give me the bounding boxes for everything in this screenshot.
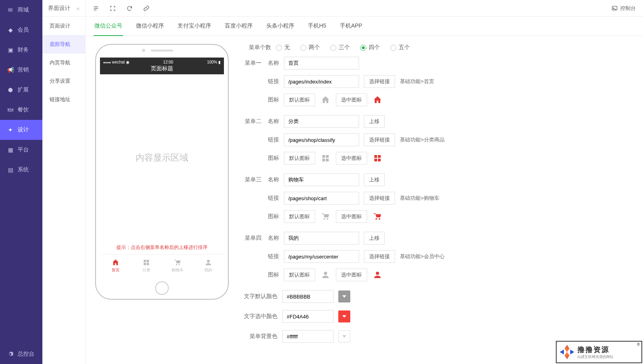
choose-link-button-1[interactable]: 选择链接 (364, 133, 395, 146)
radio-three[interactable]: 三个 (330, 44, 350, 51)
selected-icon-button-0[interactable]: 选中图标 (336, 93, 367, 106)
selected-color-input[interactable] (282, 310, 333, 323)
subnav-bottom-nav[interactable]: 底部导航 (42, 35, 85, 54)
default-icon-button-3[interactable]: 默认图标 (284, 269, 315, 281)
phone-content-placeholder: 内容显示区域 (100, 74, 224, 241)
move-up-button-2[interactable]: 上移 (364, 173, 385, 186)
settings-form: 菜单个数 无 两个 三个 四个 五个 菜单一 名称 链接 选择链 (241, 44, 601, 356)
radio-four[interactable]: 四个 (360, 44, 380, 51)
puzzle-icon: ✦ (7, 127, 14, 133)
menu-name-input-1[interactable] (284, 115, 359, 128)
refresh-icon[interactable] (126, 5, 133, 12)
menu-name-input-2[interactable] (284, 173, 359, 186)
choose-link-button-0[interactable]: 选择链接 (364, 75, 395, 88)
menu-link-input-2[interactable] (284, 192, 359, 205)
cart-icon (320, 211, 331, 222)
tv-icon: ▤ (7, 167, 14, 173)
phone-home-button (155, 281, 169, 295)
home-icon (112, 259, 120, 267)
menu-link-input-3[interactable] (284, 250, 359, 263)
default-color-label: 文字默认颜色 (241, 293, 278, 300)
tab-wechat-oa[interactable]: 微信公众号 (94, 17, 123, 36)
link-label: 链接 (266, 253, 279, 260)
bg-color-input[interactable] (282, 330, 333, 343)
radio-none[interactable]: 无 (276, 44, 290, 51)
menu-title-2: 菜单三 (241, 176, 262, 183)
console-link[interactable]: 控制台 (611, 5, 636, 12)
choose-link-button-3[interactable]: 选择链接 (364, 250, 395, 263)
bg-color-swatch[interactable] (338, 330, 350, 342)
battery-label: 100% ▮ (207, 60, 221, 64)
sidebar-item-finance[interactable]: ▣财务 (0, 40, 42, 60)
chevron-down-icon (342, 315, 346, 318)
tab-h5[interactable]: 手机H5 (307, 17, 327, 36)
tab-baidu-mp[interactable]: 百度小程序 (224, 17, 254, 36)
sidebar-item-system[interactable]: ▤系统 (0, 160, 42, 180)
sidebar-item-master[interactable]: 总控台 (0, 344, 42, 364)
sidebar-item-catering[interactable]: 🍽餐饮 (0, 100, 42, 120)
fullscreen-icon[interactable] (110, 5, 116, 12)
default-color-input[interactable] (282, 290, 333, 303)
link-hint-3: 基础功能>会员中心 (400, 253, 445, 260)
move-up-button-3[interactable]: 上移 (364, 232, 385, 245)
grid-icon (320, 153, 331, 164)
sidebar-item-design[interactable]: ✦设计 (0, 120, 42, 140)
link-label: 链接 (266, 136, 279, 143)
tab-toutiao-mp[interactable]: 头条小程序 (266, 17, 295, 36)
menu-name-input-3[interactable] (284, 232, 359, 245)
dish-icon: 🍽 (7, 107, 14, 113)
phone-page-title: 页面标题 (100, 65, 224, 73)
subnav-link-address[interactable]: 链接地址 (42, 90, 85, 109)
selected-icon-button-2[interactable]: 选中图标 (336, 210, 367, 223)
icon-label: 图标 (266, 155, 279, 162)
tab-wechat-mp[interactable]: 微信小程序 (135, 17, 165, 36)
sub-sidebar-title: 界面设计 « (42, 0, 85, 17)
sidebar-item-member[interactable]: ◆会员 (0, 20, 42, 40)
default-icon-button-1[interactable]: 默认图标 (284, 152, 315, 165)
menu-name-input-0[interactable] (284, 57, 359, 70)
platform-tabs: 微信公众号 微信小程序 支付宝小程序 百度小程序 头条小程序 手机H5 手机AP… (86, 17, 643, 36)
tabbar-item-category[interactable]: 分类 (131, 255, 162, 276)
collapse-icon[interactable]: « (76, 5, 80, 12)
subnav-inner-nav[interactable]: 内页导航 (42, 54, 85, 72)
selected-icon-button-3[interactable]: 选中图标 (336, 269, 367, 281)
menu-toggle-icon[interactable] (93, 5, 99, 12)
tabbar-item-cart[interactable]: 购物车 (162, 255, 193, 276)
sidebar-item-marketing[interactable]: 📢营销 (0, 60, 42, 80)
icon-label: 图标 (266, 96, 279, 103)
tabbar-item-home[interactable]: 首页 (100, 255, 131, 276)
default-icon-button-2[interactable]: 默认图标 (284, 210, 315, 223)
subnav-page-design[interactable]: 页面设计 (42, 17, 85, 35)
cart-icon (174, 259, 182, 267)
default-color-swatch[interactable] (338, 290, 350, 302)
link-hint-0: 基础功能>首页 (400, 78, 434, 85)
clock-label: 12:00 (163, 60, 173, 64)
link-icon[interactable] (143, 5, 150, 12)
menu-link-input-1[interactable] (284, 133, 359, 146)
cube-icon: ⬢ (7, 87, 14, 93)
sidebar-item-platform[interactable]: ▦平台 (0, 140, 42, 160)
home-icon-active (372, 94, 383, 105)
choose-link-button-2[interactable]: 选择链接 (364, 192, 395, 205)
radio-five[interactable]: 五个 (390, 44, 410, 51)
subnav-share-setting[interactable]: 分享设置 (42, 72, 85, 90)
phone-statusbar: ●●●● wechat ◉ 12:00 100% ▮ 页面标题 (100, 58, 224, 74)
selected-icon-button-1[interactable]: 选中图标 (336, 152, 367, 165)
watermark-logo: 撸撸资源白嫖互联网资源的网站 ® (556, 341, 642, 363)
tab-alipay-mp[interactable]: 支付宝小程序 (177, 17, 212, 36)
menu-link-input-0[interactable] (284, 75, 359, 88)
selected-color-swatch[interactable] (338, 310, 350, 322)
icon-label: 图标 (266, 213, 279, 220)
tabbar-item-mine[interactable]: 我的 (193, 255, 224, 276)
menu-count-radio-group: 无 两个 三个 四个 五个 (276, 44, 410, 51)
sidebar-item-extend[interactable]: ⬢扩展 (0, 80, 42, 100)
radio-two[interactable]: 两个 (300, 44, 320, 51)
gear-icon (7, 351, 14, 357)
sidebar-item-mall[interactable]: ✉商城 (0, 0, 42, 20)
bg-color-label: 菜单背景色 (241, 333, 278, 340)
tab-app[interactable]: 手机APP (339, 17, 363, 36)
move-up-button-1[interactable]: 上移 (364, 115, 385, 128)
chevron-down-icon (342, 295, 346, 298)
default-icon-button-0[interactable]: 默认图标 (284, 93, 315, 106)
menu-title-0: 菜单一 (241, 60, 262, 67)
